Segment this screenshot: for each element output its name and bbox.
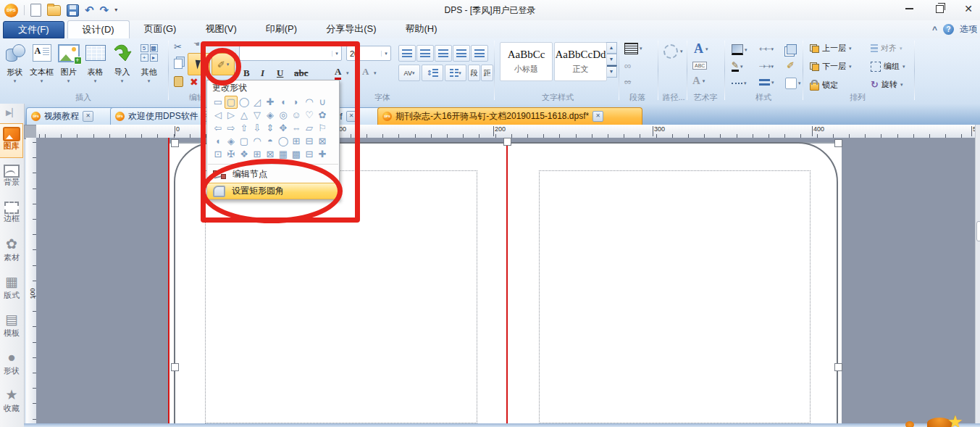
other-icon: 5▩+▸ [135,41,162,65]
align-left-button[interactable] [398,45,416,62]
text-styles-group-label: 文字样式 [525,92,590,103]
paste-icon[interactable] [174,76,183,87]
sidebar-item-图库[interactable]: 图库 [0,123,23,158]
hyperlink-icon[interactable]: ∞ [624,60,631,71]
scrollbar-thumb[interactable] [976,221,980,241]
align-center-button[interactable] [416,45,434,62]
ribbon-tab-1[interactable]: 设计(D) [67,20,130,38]
ribbon-tab-3[interactable]: 视图(V) [190,20,251,38]
insert-table-button[interactable]: 表格▾ [82,41,109,84]
align-right-button[interactable] [435,45,452,62]
distance-button[interactable]: 距 [481,65,493,81]
wordart-edit-button[interactable]: ABC [692,62,707,70]
ribbon-tab-file[interactable]: 文件(F) [3,21,64,38]
text-style-小标题[interactable]: AaBbCc小标题 [500,42,553,81]
styles-more-icon[interactable]: ▼ [606,65,617,78]
text-wrap-button[interactable]: ▾ [624,43,642,54]
sidebar-item-背景[interactable]: 背景 [0,162,23,195]
border-icon [4,202,19,214]
ribbon-tab-5[interactable]: 分享导出(S) [311,20,390,38]
styles-scroll-down-icon[interactable]: ▼ [606,54,617,65]
insert-import-button[interactable]: 导入▾ [109,41,135,84]
shape-quick-style-button[interactable]: ▾ [785,78,801,89]
options-button[interactable]: 选项 [960,23,977,36]
paragraph-mark-button[interactable]: 段 [468,65,480,81]
arrange-lock-button[interactable]: 锁定 [810,79,838,91]
mascot-star-fragment: ★ [947,412,963,427]
document-tab-3[interactable]: DPS期刊杂志-大16开骑马钉-文档20190115-1618.dpsf*✕ [377,107,642,125]
sidebar-item-label: 边框 [0,214,23,223]
path-button[interactable]: ▾ [663,44,683,59]
wordart-button[interactable]: A ▾ [694,41,708,57]
sidebar-item-边框[interactable]: 边框 [0,198,23,231]
arrange-group-button[interactable]: 编组▾ [871,61,905,72]
selection-handle-middle-right[interactable] [834,363,842,371]
styles-scroll-up-icon[interactable]: ▲ [606,42,617,54]
wordart-style-button[interactable]: A ▾ [692,75,705,87]
chevron-down-icon: ▾ [902,64,905,70]
char-spacing-button[interactable]: AV▾ [398,65,420,81]
insert-textbox-button[interactable]: A文本框▾ [28,41,55,84]
chevron-down-icon[interactable]: ▾ [374,70,377,76]
indent-right-button[interactable]: ⇢⇢▾ [759,62,774,71]
arrange-layer-up-button[interactable]: 上一层▾ [810,43,852,54]
align-justify-button[interactable] [453,45,470,62]
lock-icon [810,83,819,91]
line-spacing-button[interactable]: ⇕ [422,65,443,81]
format-painter-icon[interactable]: ✐ [787,60,795,71]
window-title: DPS - [季风]用户已登录 [0,4,980,17]
copy-icon[interactable] [174,59,183,69]
insert-picture-button[interactable]: +图片▾ [55,41,82,84]
insert-other-button[interactable]: 5▩+▸其他▾ [135,41,162,84]
minimize-button[interactable] [897,0,921,17]
sidebar-item-形状[interactable]: ●形状 [0,349,23,382]
selection-handle-middle-left[interactable] [171,363,179,371]
insert-shapes-button[interactable]: 形状▾ [1,41,28,84]
gallery-icon [3,127,20,141]
align-left-icon [402,49,412,57]
ruler-label-0: 0 [176,125,180,133]
text-style-正文[interactable]: AaBbCcDd正文 [554,42,607,81]
close-button[interactable]: ✕ [956,0,980,17]
cut-icon[interactable]: ✂ [174,41,182,52]
collapse-ribbon-icon[interactable]: ^ [932,25,937,35]
selection-handle-top-center[interactable] [503,138,511,146]
layout-icon: ▦ [0,273,23,291]
horizontal-ruler[interactable]: 0100200300400500 [36,125,975,138]
restore-button[interactable] [927,0,952,17]
align-distribute-button[interactable] [471,45,488,62]
sidebar-expand-icon[interactable]: ▶▏ [6,108,18,117]
ribbon-tab-2[interactable]: 页面(G) [130,20,191,38]
vertical-ruler[interactable]: 100 [26,138,37,427]
selection-handle-top-right[interactable] [834,139,842,147]
delete-icon[interactable]: ✖ [190,76,198,88]
indent-left-button[interactable]: ⇠⇠▾ [759,44,774,54]
ribbon-tab-6[interactable]: 帮助(H) [390,20,451,38]
sidebar-item-模板[interactable]: ▤模板 [0,311,23,344]
sidebar-item-收藏[interactable]: ★收藏 [0,386,23,420]
sidebar-item-label: 收藏 [0,404,23,413]
ribbon-tab-4[interactable]: 印刷(P) [251,20,311,38]
hand-tool-icon[interactable]: ☚ [193,40,200,48]
line-weight-button[interactable]: ▾ [759,79,774,86]
selection-handle-top-left[interactable] [171,139,179,147]
fill-color-button[interactable]: ▾ [732,44,747,55]
sidebar-item-版式[interactable]: ▦版式 [0,273,23,307]
document-tab-0[interactable]: DPS视频教程✕ [26,107,117,125]
arrange-layer-down-button[interactable]: 下一层▾ [810,61,852,72]
remove-hyperlink-icon[interactable]: ∞ [624,76,631,87]
canvas[interactable] [36,138,975,427]
highlight-color-button[interactable]: A [362,66,369,78]
sidebar-item-素材[interactable]: ✿素材 [0,236,23,269]
dash-style-button[interactable]: ▾ [732,80,747,86]
close-tab-icon[interactable]: ✕ [592,111,603,122]
help-icon[interactable]: ? [943,24,954,35]
columns-button[interactable]: ▾ [445,65,466,81]
arrange-rotate-button[interactable]: ↻旋转▾ [871,79,902,90]
group-icon [871,62,881,72]
close-tab-icon[interactable]: ✕ [83,111,93,122]
insert-button-label: 图片 [55,67,82,78]
vertical-scrollbar[interactable] [975,125,980,427]
line-color-button[interactable]: ✎▾ [732,62,743,72]
copy-style-button[interactable] [787,44,797,54]
